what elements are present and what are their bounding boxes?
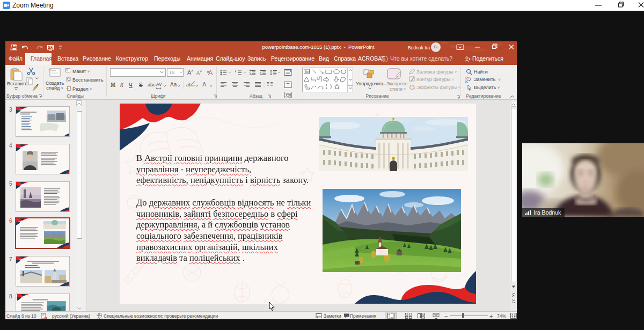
svg-text:ac: ac	[465, 79, 469, 83]
